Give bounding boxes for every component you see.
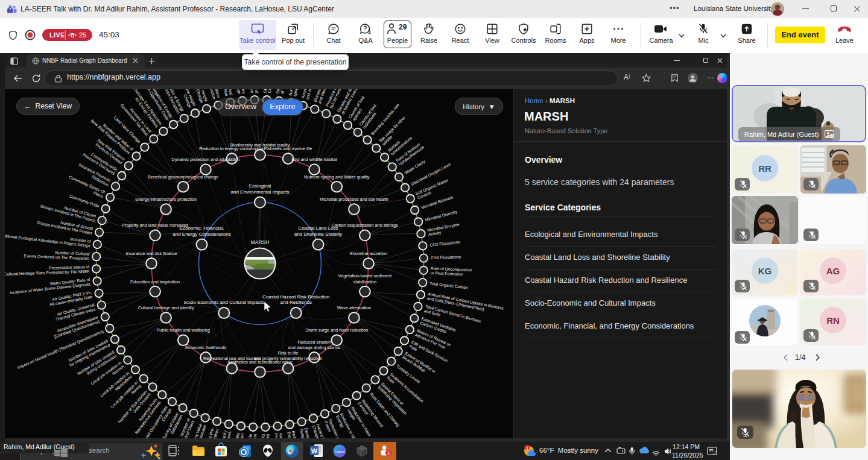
- svg-text:Shoreline accretion: Shoreline accretion: [350, 251, 387, 256]
- svg-text:Economic livelihoods: Economic livelihoods: [185, 345, 226, 350]
- svg-text:SpeciesComposition: SpeciesComposition: [262, 89, 273, 93]
- svg-text:Reduction in energy consumptio: Reduction in energy consumption: [199, 146, 264, 151]
- svg-text:and Environmental Impacts: and Environmental Impacts: [231, 189, 290, 195]
- svg-text:Education and inspiration: Education and inspiration: [130, 279, 180, 285]
- svg-text:Beneficial geomorphological ch: Beneficial geomorphological change: [148, 174, 218, 180]
- svg-text:Carbon sequestration and stora: Carbon sequestration and storage: [332, 222, 398, 228]
- svg-text:Economic, Financial,: Economic, Financial,: [180, 225, 224, 231]
- svg-text:Public health and wellbeing: Public health and wellbeing: [156, 327, 209, 333]
- svg-text:Microbial processes and soil h: Microbial processes and soil health: [320, 197, 388, 202]
- svg-text:Canva: Canva: [335, 449, 345, 453]
- svg-text:Coastal Hazard Risk Reduction: Coastal Hazard Risk Reduction: [262, 294, 329, 300]
- svg-text:Socio-Economic and Cultural Im: Socio-Economic and Cultural Impacts: [184, 300, 264, 305]
- svg-text:Energy infrastructure protecti: Energy infrastructure protection: [135, 197, 197, 202]
- svg-text:Cultural heritage and identity: Cultural heritage and identity: [138, 305, 194, 310]
- svg-text:and Resilience: and Resilience: [280, 300, 312, 305]
- svg-text:Recreational use and tourism: Recreational use and tourism: [203, 356, 261, 361]
- svg-text:W: W: [311, 447, 318, 455]
- svg-text:Ecological: Ecological: [249, 183, 271, 189]
- svg-text:Storm surge and flood reductio: Storm surge and flood reduction: [305, 327, 368, 333]
- svg-text:MARSH: MARSH: [251, 239, 270, 245]
- svg-text:Bird and wildlife habitat: Bird and wildlife habitat: [291, 157, 337, 162]
- svg-text:1: 1: [387, 450, 390, 456]
- svg-text:1: 1: [526, 446, 528, 451]
- svg-text:and Shoreline Stability: and Shoreline Stability: [294, 232, 343, 237]
- svg-text:stabilization: stabilization: [353, 279, 376, 285]
- svg-text:Coastal Land Loss: Coastal Land Loss: [298, 225, 338, 231]
- svg-text:Reduced erosion: Reduced erosion: [297, 339, 331, 345]
- svg-text:and damage during storms: and damage during storms: [288, 345, 341, 350]
- svg-text:Property and land value increa: Property and land value increases: [122, 222, 189, 228]
- svg-text:Vegetation-based sediment: Vegetation-based sediment: [338, 273, 391, 279]
- svg-text:Nutrient cycling and Water qua: Nutrient cycling and Water quality: [304, 174, 370, 180]
- svg-text:and Energy Considerations: and Energy Considerations: [173, 232, 231, 237]
- svg-text:Fisheries and marine life: Fisheries and marine life: [264, 146, 312, 151]
- svg-text:29: 29: [399, 23, 407, 31]
- svg-text:Insurance and risk finance: Insurance and risk finance: [125, 251, 177, 256]
- svg-text:Dynamic protection and adaptat: Dynamic protection and adaptation: [172, 157, 240, 162]
- svg-text:Risk to life: Risk to life: [278, 350, 299, 356]
- svg-text:Wave attenuation: Wave attenuation: [337, 305, 372, 310]
